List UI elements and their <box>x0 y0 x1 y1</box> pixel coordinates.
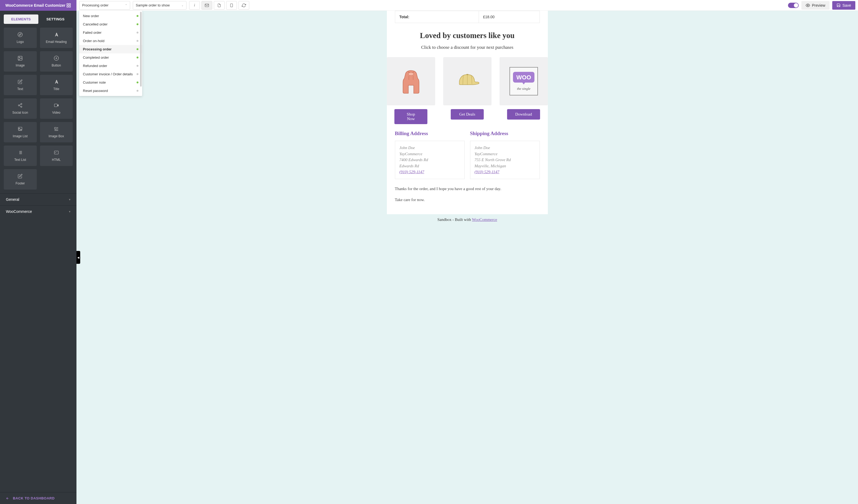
billing-heading: Billing Address <box>395 131 465 136</box>
order-total-row: Total: £18.00 <box>395 11 540 23</box>
element-tile-text[interactable]: Text <box>4 75 37 95</box>
element-tile-logo[interactable]: Logo <box>4 28 37 48</box>
toggle-switch[interactable] <box>788 3 799 8</box>
status-dot-icon <box>137 73 139 75</box>
billing-company: YayCommerce <box>399 151 460 157</box>
element-label: Button <box>51 64 61 67</box>
image-icon <box>17 55 23 61</box>
dropdown-item[interactable]: Customer note <box>79 78 142 86</box>
element-tile-text-list[interactable]: Text List <box>4 146 37 166</box>
dropdown-scrollbar[interactable] <box>140 12 142 95</box>
chevron-up-icon: ⌃ <box>125 4 127 7</box>
element-label: Title <box>53 87 59 91</box>
preview-button[interactable]: Preview <box>801 1 829 10</box>
tab-elements[interactable]: ELEMENTS <box>4 15 38 24</box>
shipping-phone[interactable]: (910) 529-1147 <box>475 170 499 174</box>
preview-label: Preview <box>812 3 825 7</box>
dropdown-item[interactable]: Customer invoice / Order details <box>79 70 142 78</box>
element-tile-image[interactable]: Image <box>4 51 37 71</box>
dropdown-item[interactable]: Cancelled order <box>79 20 142 29</box>
info-icon: i <box>194 3 195 7</box>
status-dot-icon <box>137 40 139 42</box>
accordion-woocommerce[interactable]: WooCommerce ▾ <box>0 205 77 217</box>
status-dot-icon <box>137 48 139 50</box>
dropdown-item[interactable]: Failed order <box>79 29 142 37</box>
mail-button[interactable] <box>202 1 212 10</box>
dropdown-item[interactable]: Reset password <box>79 86 142 95</box>
billing-name: John Doe <box>399 145 460 151</box>
sidebar-header: WooCommerce Email Customizer <box>0 0 77 11</box>
element-tile-title[interactable]: Title <box>40 75 73 95</box>
element-tile-email-heading[interactable]: Email Heading <box>40 28 73 48</box>
svg-marker-5 <box>19 33 21 35</box>
billing-phone[interactable]: (910) 529-1147 <box>399 170 425 174</box>
select-order-type[interactable]: Processing order ⌃ <box>79 1 130 10</box>
svg-point-11 <box>21 103 22 105</box>
svg-rect-20 <box>54 127 56 129</box>
element-tile-image-list[interactable]: Image List <box>4 122 37 142</box>
chevron-down-icon: ▾ <box>69 210 70 213</box>
product-button[interactable]: Get Deals <box>451 109 484 119</box>
shipping-heading: Shipping Address <box>470 131 540 136</box>
element-label: Video <box>52 111 60 114</box>
svg-point-12 <box>18 105 20 106</box>
dashboard-icon[interactable] <box>66 3 71 8</box>
svg-rect-0 <box>67 3 68 5</box>
element-tile-video[interactable]: Video <box>40 98 73 119</box>
status-dot-icon <box>137 23 139 25</box>
svg-point-36 <box>408 72 414 76</box>
element-label: HTML <box>52 158 61 162</box>
accordion: General ▾ WooCommerce ▾ <box>0 193 77 217</box>
element-tile-html[interactable]: HTML <box>40 146 73 166</box>
address-section: Billing Address John Doe YayCommerce 740… <box>387 124 548 179</box>
built-link[interactable]: WooCommerce <box>472 217 497 222</box>
dropdown-item[interactable]: Completed order <box>79 53 142 62</box>
svg-rect-16 <box>54 104 57 107</box>
element-tile-social-icon[interactable]: Social Icon <box>4 98 37 119</box>
status-dot-icon <box>137 32 139 33</box>
thanks-2: Take care for now. <box>395 196 540 204</box>
collapse-sidebar-handle[interactable]: ◀ <box>77 251 80 264</box>
chevron-down-icon: ▾ <box>69 198 70 201</box>
shipping-name: John Doe <box>475 145 535 151</box>
tab-settings[interactable]: SETTINGS <box>38 15 73 24</box>
element-tile-button[interactable]: Button <box>40 51 73 71</box>
dropdown-item[interactable]: Processing order <box>79 45 142 53</box>
select-sample-order[interactable]: Sample order to show ⌄ <box>133 1 187 10</box>
refresh-icon <box>242 3 246 7</box>
dropdown-item[interactable]: New order <box>79 12 142 20</box>
product-image <box>443 57 492 105</box>
accordion-general[interactable]: General ▾ <box>0 193 77 205</box>
plus-circle-icon <box>54 55 59 61</box>
status-dot-icon <box>137 15 139 17</box>
dropdown-item[interactable]: Refunded order <box>79 62 142 70</box>
svg-point-37 <box>466 74 468 75</box>
tablet-button[interactable] <box>226 1 237 10</box>
refresh-button[interactable] <box>239 1 249 10</box>
svg-point-13 <box>21 106 22 108</box>
accordion-label: General <box>6 197 19 201</box>
back-to-dashboard[interactable]: BACK TO DASHBOARD <box>0 492 77 504</box>
save-button[interactable]: Save <box>832 1 855 10</box>
svg-point-35 <box>807 5 808 6</box>
sidebar: WooCommerce Email Customizer ELEMENTS SE… <box>0 0 77 504</box>
total-value: £18.00 <box>479 11 540 23</box>
product-button[interactable]: Download <box>507 109 540 119</box>
element-label: Social Icon <box>12 111 28 114</box>
svg-text:the  single: the single <box>517 86 530 91</box>
element-label: Text <box>17 87 23 91</box>
footer-icon <box>17 174 23 179</box>
svg-rect-2 <box>67 6 68 7</box>
product-image: WOOthe single <box>499 57 548 105</box>
element-tile-image-box[interactable]: Image Box <box>40 122 73 142</box>
file-button[interactable] <box>214 1 225 10</box>
dropdown-item[interactable]: Order on-hold <box>79 37 142 45</box>
element-tile-footer[interactable]: Footer <box>4 169 37 190</box>
thanks-1: Thanks for the order, and I hope you hav… <box>395 185 540 193</box>
info-button[interactable]: i <box>189 1 200 10</box>
product-button[interactable]: Shop Now <box>394 109 427 124</box>
topbar: Processing order ⌃ Sample order to show … <box>77 0 858 11</box>
dropdown-label: Failed order <box>83 31 101 35</box>
svg-rect-33 <box>231 4 233 7</box>
sidebar-tabs: ELEMENTS SETTINGS <box>0 11 77 24</box>
